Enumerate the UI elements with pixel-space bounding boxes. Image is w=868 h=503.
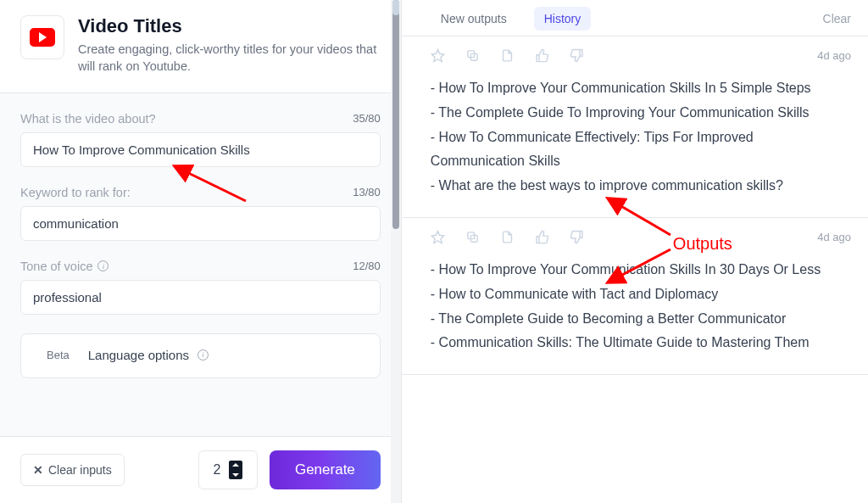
card-body: - How To Improve Your Communication Skil… xyxy=(431,76,851,198)
label-about: What is the video about? xyxy=(20,112,156,126)
label-tone: Tone of voice i xyxy=(20,260,108,273)
youtube-icon xyxy=(20,15,64,59)
template-subtitle: Create engaging, click-worthy titles for… xyxy=(78,41,381,75)
field-about: What is the video about? 35/80 xyxy=(20,112,381,167)
input-tone[interactable] xyxy=(20,280,381,315)
output-line: - How To Communicate Effectively: Tips F… xyxy=(431,126,851,175)
thumbs-up-icon[interactable] xyxy=(535,230,549,244)
clear-link[interactable]: Clear xyxy=(823,12,851,25)
outputs-list: 4d ago - How To Improve Your Communicati… xyxy=(402,36,868,503)
output-card: 4d ago - How To Improve Your Communicati… xyxy=(402,36,868,218)
output-line: - What are the best ways to improve comm… xyxy=(431,174,851,198)
count-keyword: 13/80 xyxy=(353,186,381,198)
document-icon[interactable] xyxy=(500,48,515,63)
label-keyword: Keyword to rank for: xyxy=(20,186,131,199)
copy-icon[interactable] xyxy=(465,230,480,244)
tabs-row: New outputs History Clear xyxy=(402,0,868,36)
thumbs-down-icon[interactable] xyxy=(570,48,584,63)
scrollbar[interactable] xyxy=(391,0,401,503)
output-line: - How To Improve Your Communication Skil… xyxy=(431,258,851,282)
input-keyword[interactable] xyxy=(20,206,381,241)
card-toolbar: 4d ago xyxy=(431,230,851,244)
output-line: - How To Improve Your Communication Skil… xyxy=(431,76,851,101)
output-line: - Communication Skills: The Ultimate Gui… xyxy=(431,331,851,355)
output-line: - The Complete Guide to Becoming a Bette… xyxy=(431,307,851,332)
left-scroll: Video Titles Create engaging, click-wort… xyxy=(0,0,401,436)
right-panel: New outputs History Clear 4d ago - How T… xyxy=(402,0,868,503)
quantity-value: 2 xyxy=(213,462,220,478)
timestamp: 4d ago xyxy=(817,49,851,62)
close-icon: ✕ xyxy=(33,463,43,477)
action-bar: ✕ Clear inputs 2 Generate xyxy=(0,436,401,503)
copy-icon[interactable] xyxy=(465,48,480,63)
output-line: - The Complete Guide To Improving Your C… xyxy=(431,101,851,126)
left-panel: Video Titles Create engaging, click-wort… xyxy=(0,0,402,503)
tab-new-outputs[interactable]: New outputs xyxy=(431,7,517,31)
info-icon[interactable]: i xyxy=(97,260,108,271)
language-options-label: Language options xyxy=(88,348,189,362)
timestamp: 4d ago xyxy=(817,231,851,243)
template-header: Video Titles Create engaging, click-wort… xyxy=(0,0,401,93)
card-body: - How To Improve Your Communication Skil… xyxy=(431,258,851,355)
field-tone: Tone of voice i 12/80 xyxy=(20,260,381,315)
output-line: - How to Communicate with Tact and Diplo… xyxy=(431,282,851,307)
clear-inputs-label: Clear inputs xyxy=(48,463,112,477)
input-about[interactable] xyxy=(20,132,381,167)
quantity-stepper[interactable]: 2 xyxy=(198,450,258,489)
beta-badge: Beta xyxy=(47,349,70,361)
tab-history[interactable]: History xyxy=(534,7,592,31)
star-icon[interactable] xyxy=(431,230,445,244)
thumbs-up-icon[interactable] xyxy=(535,48,549,63)
document-icon[interactable] xyxy=(500,230,515,244)
count-about: 35/80 xyxy=(353,112,381,125)
count-tone: 12/80 xyxy=(353,260,381,272)
thumbs-down-icon[interactable] xyxy=(570,230,584,244)
info-icon[interactable]: i xyxy=(198,349,209,360)
template-title: Video Titles xyxy=(78,15,381,37)
clear-inputs-button[interactable]: ✕ Clear inputs xyxy=(20,454,125,486)
field-keyword: Keyword to rank for: 13/80 xyxy=(20,186,381,241)
generate-button[interactable]: Generate xyxy=(270,450,381,489)
card-toolbar: 4d ago xyxy=(431,48,851,63)
star-icon[interactable] xyxy=(431,48,445,63)
label-tone-text: Tone of voice xyxy=(20,260,92,273)
form-area: What is the video about? 35/80 Keyword t… xyxy=(0,93,401,387)
stepper-icon[interactable] xyxy=(229,461,242,479)
language-options-card[interactable]: Beta Language options i xyxy=(20,333,381,378)
output-card: 4d ago - How To Improve Your Communicati… xyxy=(402,218,868,375)
